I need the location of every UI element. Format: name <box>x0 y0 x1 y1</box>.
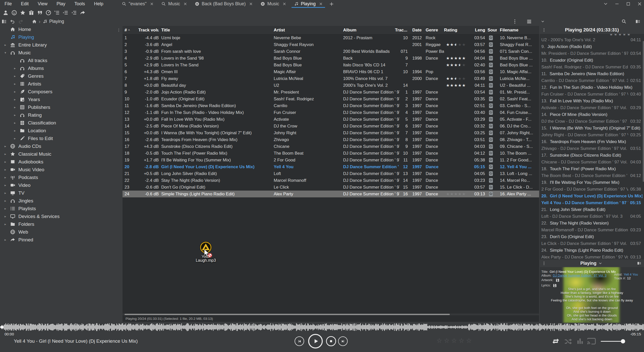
cell-rating-stars[interactable]: ★★★★★ <box>444 83 473 88</box>
track-rating-stars[interactable]: ☆☆☆☆☆ <box>436 337 473 344</box>
table-row[interactable]: 4 -2.9 dB Lovers in the Sand '98 Bad Boy… <box>123 55 539 62</box>
queue-item-subtitle[interactable]: The Boom Beat - DJ Dance Summer Edition … <box>540 172 642 179</box>
sidebar-item[interactable]: ▸ Albums <box>0 64 119 72</box>
queue-scrollbar-thumb[interactable] <box>643 41 644 182</box>
expander-icon[interactable]: ▸ <box>14 66 20 70</box>
queue-item-subtitle[interactable]: 2 For Good - DJ Dance Summer Edition ' 9… <box>540 186 642 193</box>
tab[interactable]: Back (Bad Boys Blue) <box>191 0 257 8</box>
stop-button[interactable] <box>326 336 336 346</box>
sidebar-item[interactable]: ▸ Files to Edit <box>0 135 119 142</box>
artist-link[interactable]: Yell 4 You <box>624 273 638 276</box>
sidebar-item[interactable]: ▸ Video <box>0 181 119 189</box>
expander-icon[interactable]: ▸ <box>5 207 10 210</box>
queue-item-subtitle[interactable]: Mr. President - DJ Dance Summer Edition … <box>540 50 642 57</box>
menu-item[interactable]: File <box>0 0 16 8</box>
expander-icon[interactable]: ▸ <box>5 214 10 218</box>
sidebar-item[interactable]: ▸ Years <box>0 96 119 103</box>
table-row[interactable]: 12 -1.1 dB Fun In The Sun (Radio - Video… <box>123 109 539 116</box>
table-row[interactable]: 7 +1.8 dB Fly away Lutricia McNeal 100% … <box>123 75 539 82</box>
queue-item-title[interactable]: 15.I Wanna (Be With You Tonight) (Origin… <box>540 125 642 131</box>
table-row[interactable]: 24 -0.6 dB Simple Things (Light Piano Ra… <box>123 191 539 197</box>
expander-icon[interactable]: ▸ <box>14 82 20 86</box>
expander-icon[interactable]: ▾ <box>5 51 10 55</box>
equalizer-icon[interactable] <box>576 337 584 345</box>
column-header-filename[interactable]: Filename <box>497 28 539 33</box>
panel-layout-icon[interactable] <box>635 19 640 24</box>
profile-icon[interactable] <box>3 10 9 16</box>
expander-icon[interactable]: ▸ <box>14 98 20 101</box>
cell-rating-stars[interactable]: ★★★★★★ <box>444 42 473 47</box>
queue-item-title[interactable]: 18.Touch The Fire! (Power Radio Mix) <box>540 165 642 172</box>
tab[interactable]: Music <box>157 0 191 8</box>
expander-icon[interactable]: ▸ <box>5 43 10 47</box>
expander-icon[interactable]: ▸ <box>5 183 10 187</box>
column-header-genre[interactable]: Genre <box>424 28 444 33</box>
table-row[interactable]: 23 -0.6 dB Don't Go (Original Edit) Le C… <box>123 184 539 191</box>
queue-item-subtitle[interactable]: Sash! Feat. Rodrigez - DJ Dance Summer E… <box>540 64 642 70</box>
sidebar-item[interactable]: Web <box>0 228 119 236</box>
queue-list-3-icon[interactable] <box>71 10 77 16</box>
search-icon[interactable] <box>621 19 627 24</box>
sidebar-item[interactable]: ▸ Audiobooks <box>0 158 119 166</box>
sidebar-item[interactable]: ▸ Jingles <box>0 197 119 205</box>
table-row[interactable]: 18 -0.5 dB Touch The Fire! (Power Radio … <box>123 150 539 157</box>
table-row[interactable]: 14 -2.5 dB Piece Of Mine (Radio Version)… <box>123 123 539 129</box>
expander-icon[interactable]: ▸ <box>5 238 10 242</box>
sidebar-item[interactable]: All tracks <box>0 57 119 64</box>
sidebar-item[interactable]: ▾ Music <box>0 49 119 57</box>
sidebar-item[interactable]: ▸ Music Video <box>0 166 119 173</box>
queue-item-subtitle[interactable]: Le Click - DJ Dance Summer Edition ' 97 … <box>540 240 642 247</box>
queue-menu-kebab-icon[interactable] <box>542 28 546 32</box>
dragged-file[interactable]: YodaLaugh.mp3 <box>191 241 221 262</box>
sidebar-item[interactable]: ▸ TV <box>0 189 119 197</box>
sidebar-item[interactable]: Home <box>0 25 119 33</box>
smiley-icon[interactable] <box>11 10 17 16</box>
home-icon[interactable] <box>32 19 37 24</box>
table-row[interactable]: 1 -4.4 dB Uzmi boje Neverne Bebe 2012 - … <box>123 34 539 41</box>
table-row[interactable]: 6 +4.3 dB Omen III Magic Affair BRAVO Hi… <box>123 68 539 75</box>
sidebar-item[interactable]: ▸ Folders <box>0 220 119 228</box>
table-row[interactable]: 10 -1.0 dB Ecuador (Original Edit) Sash!… <box>123 96 539 102</box>
horizontal-scrollbar[interactable] <box>123 314 539 315</box>
expander-icon[interactable]: ▸ <box>14 105 20 109</box>
expander-icon[interactable]: ▸ <box>5 152 10 156</box>
view-mode-chevron-icon[interactable] <box>541 20 545 23</box>
queue-item-subtitle[interactable]: Chicane - DJ Dance Summer Edition ' 97 V… <box>540 159 642 165</box>
repeat-icon[interactable] <box>551 337 560 345</box>
queue-item-subtitle[interactable]: Activate - DJ Dance Summer Edition ' 97 … <box>540 104 642 111</box>
column-header-date[interactable]: Date <box>408 28 424 33</box>
table-row[interactable]: 11 -1.6 dB Samba De Jeneiro (New Radio E… <box>123 102 539 109</box>
tab[interactable]: "evanes" <box>118 0 157 8</box>
queue-item-title[interactable]: 16.Teardrops From Heaven (Fm Video Mix) <box>540 138 642 145</box>
queue-item-title[interactable]: 17.Sunstroke (Disco Citizens Radio Edit) <box>540 152 642 159</box>
scrollbar-thumb[interactable] <box>125 314 450 315</box>
volume-slider[interactable] <box>601 341 622 342</box>
queue-list-1-icon[interactable] <box>54 10 60 16</box>
menu-item[interactable]: View <box>33 0 52 8</box>
queue-item-title[interactable]: 10.Ecuador (Original Edit) <box>540 57 642 64</box>
tab[interactable]: Playing <box>290 0 327 8</box>
table-row[interactable]: 2 -3.6 dB Angel Shaggy Feat Rayvon 2001 … <box>123 41 539 48</box>
table-row[interactable]: 17 +4.3 dB Sunstroke (Disco Citizens Rad… <box>123 143 539 150</box>
expander-icon[interactable]: ▸ <box>14 137 20 140</box>
queue-item-subtitle[interactable]: Yell 4 You - DJ Dance Summer Edition ' 9… <box>540 199 642 206</box>
queue-item-title[interactable]: 13.Fall In Love With You (Radio Mix) <box>540 98 642 104</box>
queue-item-subtitle[interactable]: Zhivago - DJ Dance Summer Edition ' 97 V… <box>540 145 642 152</box>
queue-item-subtitle[interactable]: Carrilio - DJ Dance Summer Edition ' 97 … <box>540 77 642 84</box>
table-row[interactable]: 5 +2.9 dB Lovers In The Sand Bad Boys Bl… <box>123 62 539 68</box>
queue-item-title[interactable]: 12.Fun In The Sun (Radio - Video Holiday… <box>540 84 642 91</box>
window-menu-icon[interactable] <box>603 2 608 6</box>
expander-icon[interactable]: ▸ <box>5 144 10 148</box>
undo-icon[interactable] <box>10 19 15 24</box>
chevron-down-icon[interactable] <box>598 261 602 265</box>
column-header-track-no[interactable]: Trac... <box>395 28 408 33</box>
volume-knob[interactable] <box>621 339 625 343</box>
column-header-number[interactable]: # ^ <box>123 28 138 33</box>
expander-icon[interactable]: ▸ <box>5 222 10 226</box>
sidebar-item[interactable]: ▸ Playlists <box>0 205 119 212</box>
queue-item-title[interactable]: 20.Girl (I Need Your Love) (Dj Experienc… <box>540 193 642 199</box>
sidebar-item[interactable]: ▸ Artists <box>0 80 119 88</box>
redo-icon[interactable] <box>18 19 23 24</box>
menu-item[interactable]: Edit <box>16 0 33 8</box>
sidebar-item[interactable]: ▸ Composers <box>0 88 119 96</box>
